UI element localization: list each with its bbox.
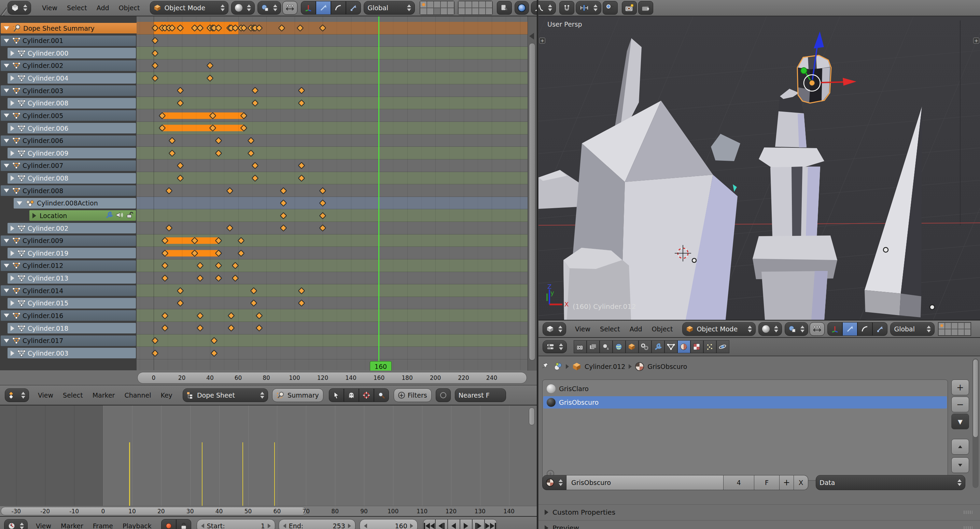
zoom-tool-button[interactable] (374, 388, 389, 402)
channel-cylinder-017[interactable]: Cylinder.017 (1, 335, 136, 346)
manipulator-toggle[interactable] (282, 1, 298, 15)
expand-right-icon[interactable] (11, 275, 14, 281)
scale-manipulator-button[interactable] (346, 1, 361, 15)
lock-channel-icon[interactable] (126, 211, 133, 220)
channel-cylinder-003[interactable]: Cylinder.003 (1, 85, 136, 96)
channel-cylinder-015[interactable]: Cylinder.015 (8, 298, 136, 308)
collapse-down-icon[interactable] (4, 239, 9, 243)
expand-right-icon[interactable] (11, 251, 14, 256)
collapse-down-icon[interactable] (4, 339, 9, 343)
channel-cylinder-013[interactable]: Cylinder.013 (8, 273, 136, 284)
expand-right-icon[interactable] (11, 351, 14, 356)
material-users-count[interactable]: 4 (724, 475, 754, 490)
collapse-down-icon[interactable] (4, 164, 9, 168)
channel-cylinder-004[interactable]: Cylinder.004 (8, 73, 136, 84)
lamp-dot[interactable] (930, 305, 935, 310)
dopesheet-menu-view[interactable]: View (33, 391, 58, 399)
layers-grid-1[interactable] (420, 1, 455, 15)
properties-tab-texture[interactable] (690, 340, 703, 353)
channel-cylinder-007[interactable]: Cylinder.007 (1, 160, 136, 171)
dopesheet-keyframe-grid[interactable] (137, 16, 528, 370)
properties-tab-physics[interactable] (716, 340, 729, 353)
channel-cylinder-006[interactable]: Cylinder.006 (1, 135, 136, 146)
ghost-frames-button[interactable] (344, 388, 359, 402)
pin-icon[interactable] (542, 362, 550, 371)
translate-manipulator-button-2[interactable] (842, 322, 858, 336)
properties-tab-meshdata[interactable] (665, 340, 678, 353)
timeline-scroll-nub[interactable] (529, 408, 535, 425)
previous-keyframe-button[interactable] (435, 519, 448, 529)
add-material-slot-button[interactable]: + (951, 380, 969, 395)
play-reverse-button[interactable] (448, 519, 460, 529)
manipulator-axes-button[interactable] (301, 1, 316, 15)
panel-preview[interactable]: Preview (538, 520, 980, 529)
manipulator-axes-button-2[interactable] (827, 322, 842, 336)
info-menu-select[interactable]: Select (62, 4, 92, 12)
expand-right-icon[interactable] (32, 213, 36, 218)
channel-dope-sheet-summary[interactable]: Dope Sheet Summary (1, 23, 137, 33)
decrement-arrow-icon[interactable] (364, 524, 367, 528)
properties-tab-wrench[interactable] (652, 340, 665, 353)
editor-type-dropdown-properties[interactable] (542, 340, 567, 353)
rotate-manipulator-button-2[interactable] (858, 322, 872, 336)
timeline-menu-frame[interactable]: Frame (88, 522, 118, 529)
editor-type-dropdown[interactable] (8, 1, 31, 15)
held-keyframe-bar[interactable] (162, 125, 244, 132)
snap-toggle-button[interactable] (559, 1, 574, 15)
properties-tab-layers[interactable] (587, 340, 600, 353)
increment-arrow-icon[interactable] (268, 524, 271, 528)
rotate-manipulator-button[interactable] (331, 1, 346, 15)
snap-element-dropdown[interactable] (576, 1, 601, 15)
material-link-dropdown[interactable]: Data (816, 475, 965, 490)
collapse-down-icon[interactable] (4, 26, 9, 30)
mode-dropdown[interactable]: Object Mode (150, 1, 228, 15)
material-specials-button[interactable]: ▼ (951, 414, 969, 429)
channel-cylinder-000[interactable]: Cylinder.000 (8, 48, 136, 58)
dopesheet-mode-dropdown[interactable]: Dope Sheet (183, 388, 268, 402)
new-material-button[interactable]: + (780, 475, 794, 490)
channel-cylinder-005[interactable]: Cylinder.005 (1, 110, 136, 121)
lamp-dot[interactable] (692, 258, 696, 262)
mute-speaker-icon[interactable] (115, 211, 124, 220)
channel-cylinder-003[interactable]: Cylinder.003 (8, 348, 136, 358)
pivot-point-dropdown-2[interactable] (785, 322, 808, 336)
current-frame-line[interactable] (378, 16, 379, 362)
filters-button[interactable]: + Filters (394, 388, 432, 402)
play-button[interactable] (460, 519, 472, 529)
properties-tab-chain[interactable] (638, 340, 652, 353)
collapse-down-icon[interactable] (4, 64, 9, 68)
info-menu-add[interactable]: Add (92, 4, 114, 12)
current-frame-field[interactable]: 160 (360, 519, 418, 529)
expand-right-icon[interactable] (11, 75, 14, 81)
channel-cylinder-006[interactable]: Cylinder.006 (8, 123, 136, 133)
channel-cylinder-009[interactable]: Cylinder.009 (1, 235, 136, 246)
channel-cylinder-016[interactable]: Cylinder.016 (1, 310, 136, 321)
remove-material-slot-button[interactable]: − (951, 397, 969, 412)
collapse-down-icon[interactable] (4, 39, 9, 43)
auto-snap-dropdown[interactable]: Nearest F (455, 388, 506, 402)
editor-type-dropdown-timeline[interactable] (4, 519, 28, 529)
material-name-field[interactable]: GrisObscuro (566, 475, 724, 490)
timeline-ruler-scrollbar[interactable]: -30-20-100102030405060708090100110120130… (0, 506, 537, 516)
render-animation-button[interactable] (638, 1, 653, 15)
proportional-falloff-dropdown[interactable] (531, 1, 556, 15)
channel-cylinder-018[interactable]: Cylinder.018 (8, 323, 136, 334)
corner-splitter[interactable] (0, 1, 7, 16)
keying-lock-button[interactable] (176, 519, 191, 529)
layers-grid-viewport[interactable] (938, 322, 971, 336)
viewport-shading-dropdown[interactable] (231, 1, 255, 15)
expand-right-icon[interactable] (11, 151, 14, 156)
increment-arrow-icon[interactable] (410, 524, 413, 528)
editor-type-dropdown-dopesheet[interactable] (5, 388, 29, 402)
channel-cylinder-008[interactable]: Cylinder.008 (8, 98, 136, 108)
dopesheet-menu-key[interactable]: Key (156, 391, 177, 399)
properties-tab-scene[interactable] (600, 340, 612, 353)
pointer-tool-button[interactable] (329, 388, 344, 402)
info-menu-view[interactable]: View (37, 4, 62, 12)
pivot-center-button[interactable] (359, 388, 374, 402)
decrement-arrow-icon[interactable] (283, 524, 286, 528)
properties-shelf-expand-button[interactable]: + (973, 38, 979, 44)
properties-tab-material-selected[interactable] (678, 340, 690, 353)
properties-tab-camera[interactable] (574, 340, 587, 353)
channel-cylinder-009[interactable]: Cylinder.009 (8, 148, 136, 158)
